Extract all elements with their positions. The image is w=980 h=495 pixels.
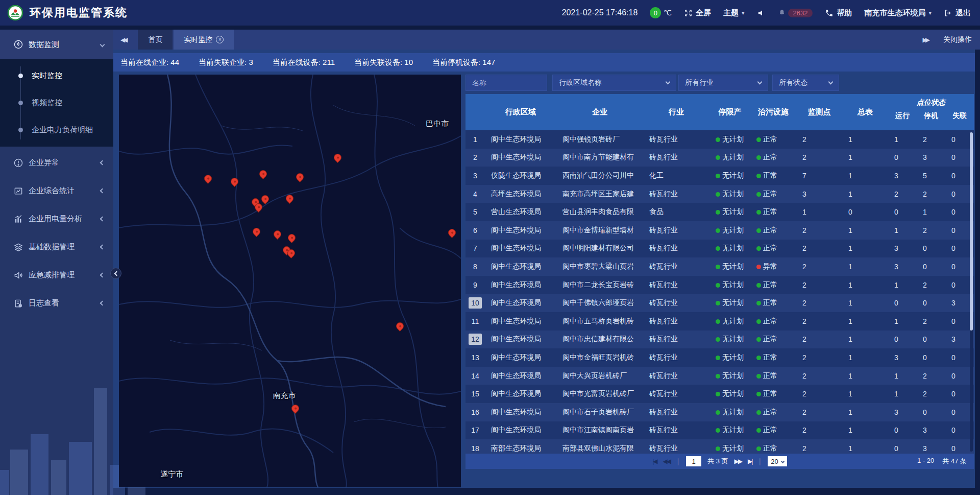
stat-label: 当前在线设备: xyxy=(273,58,323,66)
green-dot-icon xyxy=(756,410,761,415)
sidebar-subitem[interactable]: 视频监控 xyxy=(0,89,113,116)
cell-stopped: 0 xyxy=(917,408,945,416)
tabs-scroll-right-icon[interactable]: ▶▶ xyxy=(923,36,930,43)
green-dot-icon xyxy=(716,374,720,379)
pin-icon xyxy=(229,176,240,187)
pagination-last-button[interactable]: ▶| xyxy=(748,458,752,465)
table-header: 行政区域企业行业停限产治污设施监测点总表点位状态运行停机失联 xyxy=(465,94,974,130)
page-number-input[interactable] xyxy=(686,456,701,466)
cell-stopped: 2 xyxy=(917,190,945,198)
close-operations-button[interactable]: 关闭操作 xyxy=(943,35,972,44)
map-collapse-button[interactable] xyxy=(110,268,121,279)
tab-home[interactable]: 首页 xyxy=(138,30,173,50)
pagination-prev-button[interactable]: ◀◀ xyxy=(663,458,670,465)
map-pin[interactable] xyxy=(286,195,294,203)
sidebar-item[interactable]: 企业用电量分析 xyxy=(0,205,113,233)
sidebar-item-label: 基础数据管理 xyxy=(29,242,75,252)
map-roads xyxy=(119,75,461,487)
green-dot-icon xyxy=(716,228,720,233)
table-row[interactable]: 10阆中生态环境局阆中千佛镇六郎垭页岩砖瓦行业无计划正常21003 xyxy=(465,294,974,312)
sidebar-submenu: 实时监控视频监控企业电力负荷明细 xyxy=(0,59,113,147)
table-row[interactable]: 3仪陇生态环境局西南油气田分公司川中化工无计划正常71350 xyxy=(465,167,974,185)
name-filter-input[interactable] xyxy=(465,75,547,91)
sidebar-item[interactable]: 企业异常 xyxy=(0,149,113,177)
map-pin[interactable] xyxy=(255,203,263,211)
table-row[interactable]: 15阆中生态环境局阆中市光富页岩机砖厂砖瓦行业无计划正常21120 xyxy=(465,385,974,403)
cell-region: 阆中生态环境局 xyxy=(485,426,556,435)
map-pin[interactable] xyxy=(291,405,300,413)
pagination-first-button[interactable]: |◀ xyxy=(652,458,656,465)
cell-stopped: 1 xyxy=(917,208,945,216)
cell-region: 阆中生态环境局 xyxy=(485,153,556,162)
cell-industry: 砖瓦行业 xyxy=(643,244,709,253)
sidebar-subitem[interactable]: 企业电力负荷明细 xyxy=(0,116,113,144)
map-pin[interactable] xyxy=(396,322,404,331)
map-pin[interactable] xyxy=(231,178,239,186)
column-header: 行政区域 xyxy=(485,94,556,130)
page-size-select[interactable]: 20 xyxy=(768,456,787,466)
sidebar-subitem[interactable]: 实时监控 xyxy=(0,62,113,89)
table-row[interactable]: 7阆中生态环境局阆中明阳建材有限公司砖瓦行业无计划正常21300 xyxy=(465,240,974,258)
status-filter-select[interactable]: 所有状态 xyxy=(772,75,839,91)
table-row[interactable]: 18南部生态环境局南部县双佛山水泥有限砖瓦行业无计划正常21030 xyxy=(465,439,974,454)
sidebar-subitem-label: 企业电力负荷明细 xyxy=(32,125,93,135)
row-index: 17 xyxy=(465,426,485,434)
table-row[interactable]: 6阆中生态环境局阆中市金博瑞新型墙材砖瓦行业无计划正常21120 xyxy=(465,221,974,240)
table-row[interactable]: 9阆中生态环境局阆中市二龙长宝页岩砖砖瓦行业无计划正常21120 xyxy=(465,276,974,294)
green-dot-icon xyxy=(756,246,761,251)
cell-limit-status: 无计划 xyxy=(709,371,750,381)
map-pin[interactable] xyxy=(204,175,212,183)
sidebar-item[interactable]: 日志查看 xyxy=(0,289,113,317)
region-filter-select[interactable]: 行政区域名称 xyxy=(552,75,676,91)
logout-button[interactable]: 退出 xyxy=(944,8,971,18)
notifications-button[interactable]: 2632 xyxy=(778,9,813,17)
pagination-next-button[interactable]: ▶▶ xyxy=(734,458,742,465)
table-scrollbar[interactable] xyxy=(970,132,973,452)
help-button[interactable]: 帮助 xyxy=(825,8,852,18)
map-pin[interactable] xyxy=(287,249,296,257)
table-row[interactable]: 4高坪生态环境局南充市高坪区王家店建砖瓦行业无计划正常31220 xyxy=(465,185,974,203)
table-row[interactable]: 5营山生态环境局营山县润丰肉食品有限食品无计划正常10010 xyxy=(465,203,974,221)
map-pin[interactable] xyxy=(253,228,261,236)
stat-item: 当前失联企业: 3 xyxy=(199,58,253,67)
table-row[interactable]: 14阆中生态环境局阆中大兴页岩机砖厂砖瓦行业无计划正常21120 xyxy=(465,367,974,385)
fullscreen-button[interactable]: 全屏 xyxy=(684,8,711,18)
map-pin[interactable] xyxy=(334,154,342,162)
tabs-scroll-left-icon[interactable]: ◀◀ xyxy=(120,36,128,43)
table-row[interactable]: 11阆中生态环境局阆中市五马桥页岩机砖砖瓦行业无计划正常21120 xyxy=(465,312,974,331)
map-pin[interactable] xyxy=(274,230,282,239)
mute-button[interactable] xyxy=(757,9,766,17)
stat-item: 当前失联设备: 10 xyxy=(354,58,413,67)
cell-monitor-points: 2 xyxy=(796,135,842,144)
table-row[interactable]: 2阆中生态环境局阆中市南方节能建材有砖瓦行业无计划正常21030 xyxy=(465,149,974,167)
map-pin[interactable] xyxy=(261,195,270,203)
map-pin[interactable] xyxy=(259,170,267,178)
table-row[interactable]: 13阆中生态环境局阆中市金福旺页岩机砖砖瓦行业无计划正常21300 xyxy=(465,348,974,367)
theme-dropdown[interactable]: 主题▾ xyxy=(723,8,745,18)
table-row[interactable]: 12阆中生态环境局阆中市忠信建材有限公砖瓦行业无计划正常21003 xyxy=(465,331,974,349)
table-row[interactable]: 8阆中生态环境局阆中市枣碧大梁山页岩砖瓦行业无计划异常21300 xyxy=(465,257,974,276)
cell-limit-status: 无计划 xyxy=(709,190,750,199)
map-canvas[interactable]: 巴中市南充市遂宁市 xyxy=(119,75,461,487)
sidebar-item[interactable]: 基础数据管理 xyxy=(0,233,113,261)
row-index: 15 xyxy=(465,390,485,398)
row-index: 7 xyxy=(465,244,485,252)
chevron-down-icon xyxy=(828,80,834,85)
cell-stopped: 2 xyxy=(917,226,945,234)
table-row[interactable]: 1阆中生态环境局阆中强锐页岩砖厂砖瓦行业无计划正常21120 xyxy=(465,130,974,149)
map-pin[interactable] xyxy=(288,234,296,242)
cell-company: 阆中明阳建材有限公司 xyxy=(556,244,643,253)
org-dropdown[interactable]: 南充市生态环境局▾ xyxy=(864,8,932,18)
map-pin[interactable] xyxy=(296,173,304,181)
tab-close-icon[interactable]: × xyxy=(216,36,224,43)
table-row[interactable]: 17阆中生态环境局阆中市江南镇阆南页岩砖瓦行业无计划正常21030 xyxy=(465,421,974,440)
sidebar-item[interactable]: 应急减排管理 xyxy=(0,261,113,289)
industry-filter-select[interactable]: 所有行业 xyxy=(678,75,768,91)
sidebar-item[interactable]: 企业综合统计 xyxy=(0,177,113,205)
map-pin[interactable] xyxy=(448,229,456,237)
sidebar-item[interactable]: 数据监测 xyxy=(0,30,113,59)
sidebar-item-label: 企业综合统计 xyxy=(29,186,75,196)
scrollbar-thumb[interactable] xyxy=(970,132,973,331)
table-row[interactable]: 16阆中生态环境局阆中市石子页岩机砖厂砖瓦行业无计划正常21300 xyxy=(465,403,974,421)
tab-realtime-monitor[interactable]: 实时监控× xyxy=(174,30,234,50)
